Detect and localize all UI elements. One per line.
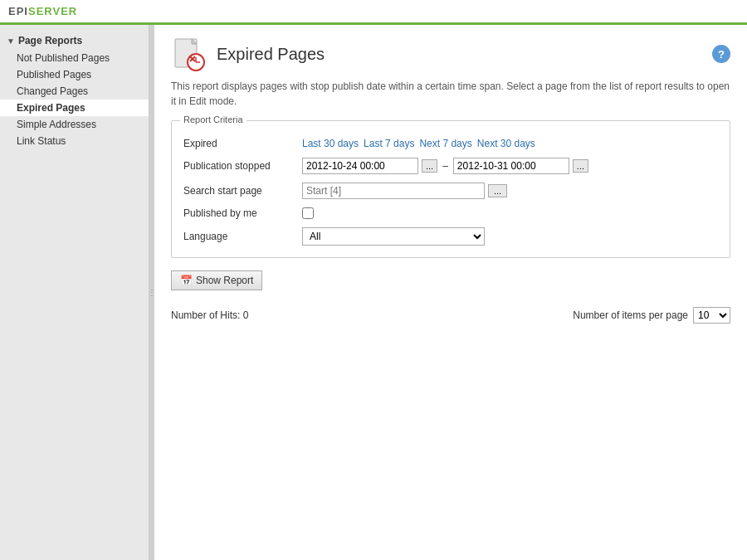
sidebar-item-not-published[interactable]: Not Published Pages (0, 50, 149, 66)
date-to-input[interactable] (453, 158, 569, 174)
language-select[interactable]: All (302, 227, 485, 246)
report-criteria-box: Report Criteria Expired Last 30 days Las… (171, 120, 730, 258)
help-icon[interactable]: ? (712, 45, 730, 63)
publication-stopped-label: Publication stopped (183, 160, 295, 172)
date-input-group: ... – ... (302, 158, 588, 174)
published-by-me-row: Published by me (183, 207, 718, 219)
logo: EPISERVER (8, 5, 77, 17)
quick-link-next30[interactable]: Next 30 days (477, 138, 535, 149)
quick-links: Last 30 days Last 7 days Next 7 days Nex… (302, 138, 535, 149)
page-title-area: Expired Pages (171, 37, 325, 71)
quick-link-last7[interactable]: Last 7 days (364, 138, 414, 149)
sidebar-section-page-reports[interactable]: ▼ Page Reports (0, 32, 149, 50)
sidebar-section-title-label: Page Reports (18, 35, 82, 46)
sidebar-item-link-status[interactable]: Link Status (0, 133, 149, 149)
page-header: Expired Pages ? (171, 37, 730, 71)
language-row: Language All (183, 227, 718, 246)
date-to-picker-button[interactable]: ... (573, 159, 588, 173)
published-by-me-checkbox[interactable] (302, 207, 314, 219)
logo-epi: EPI (8, 5, 28, 17)
sidebar-item-simple-addresses[interactable]: Simple Addresses (0, 116, 149, 133)
expired-label: Expired (183, 138, 295, 149)
sidebar-item-changed[interactable]: Changed Pages (0, 83, 149, 100)
report-criteria-legend: Report Criteria (180, 114, 247, 124)
start-page-input[interactable] (302, 183, 485, 199)
search-start-page-label: Search start page (183, 185, 295, 197)
items-per-page-label: Number of items per page (573, 309, 688, 321)
date-from-picker-button[interactable]: ... (422, 159, 437, 173)
show-report-label: Show Report (196, 275, 253, 286)
published-by-me-label: Published by me (183, 207, 295, 219)
items-per-page-select[interactable]: 10 25 50 100 (693, 307, 730, 324)
date-separator: – (442, 160, 448, 172)
hits-label: Number of Hits: 0 (171, 309, 248, 321)
sidebar: ▼ Page Reports Not Published Pages Publi… (0, 25, 149, 560)
page-title: Expired Pages (217, 45, 325, 64)
items-per-page-group: Number of items per page 10 25 50 100 (573, 307, 730, 324)
browse-start-page-button[interactable]: ... (488, 184, 507, 197)
language-label: Language (183, 231, 295, 242)
show-report-button[interactable]: 📅 Show Report (171, 270, 262, 290)
collapse-arrow-icon: ▼ (7, 37, 15, 46)
show-report-icon: 📅 (180, 275, 193, 286)
search-start-page-row: Search start page ... (183, 183, 718, 199)
expired-row: Expired Last 30 days Last 7 days Next 7 … (183, 138, 718, 149)
page-description: This report displays pages with stop pub… (171, 79, 730, 109)
logo-server: SERVER (28, 5, 77, 17)
date-from-input[interactable] (302, 158, 418, 174)
expired-pages-icon (171, 37, 204, 71)
quick-link-next7[interactable]: Next 7 days (419, 138, 471, 149)
startpage-input-group: ... (302, 183, 507, 199)
sidebar-item-expired[interactable]: Expired Pages (0, 100, 149, 116)
main-content: Expired Pages ? This report displays pag… (154, 25, 747, 560)
bottom-stats: Number of Hits: 0 Number of items per pa… (171, 307, 730, 324)
sidebar-item-published[interactable]: Published Pages (0, 66, 149, 83)
topbar: EPISERVER (0, 0, 747, 25)
quick-link-last30[interactable]: Last 30 days (302, 138, 359, 149)
publication-stopped-row: Publication stopped ... – ... (183, 158, 718, 174)
